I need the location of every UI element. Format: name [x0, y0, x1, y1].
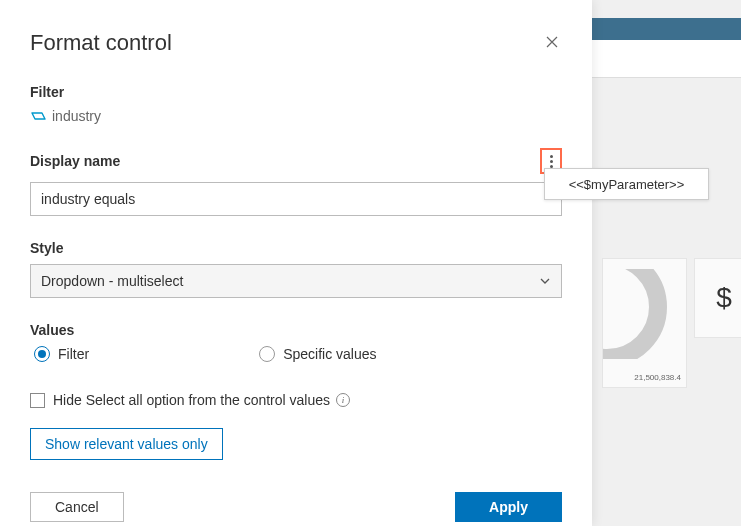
values-label: Values	[30, 322, 562, 338]
radio-icon-unselected	[259, 346, 275, 362]
radio-filter[interactable]: Filter	[34, 346, 89, 362]
panel-title: Format control	[30, 30, 562, 56]
parameter-popover-text: <<$myParameter>>	[569, 177, 685, 192]
show-relevant-values-button[interactable]: Show relevant values only	[30, 428, 223, 460]
radio-specific-label: Specific values	[283, 346, 376, 362]
filter-field-name: industry	[52, 108, 101, 124]
radio-icon-selected	[34, 346, 50, 362]
close-button[interactable]	[542, 32, 562, 52]
hide-select-all-checkbox[interactable]: Hide Select all option from the control …	[30, 392, 562, 408]
info-icon[interactable]: i	[336, 393, 350, 407]
parameter-popover[interactable]: <<$myParameter>>	[544, 168, 709, 200]
style-select[interactable]: Dropdown - multiselect	[30, 264, 562, 298]
style-label: Style	[30, 240, 562, 256]
background-number-widget: $	[694, 258, 741, 338]
display-name-input[interactable]	[30, 182, 562, 216]
close-icon	[546, 36, 558, 48]
filter-row: industry	[30, 108, 562, 124]
style-value: Dropdown - multiselect	[41, 273, 183, 289]
field-icon	[30, 110, 46, 122]
gauge-value: 21,500,838.4	[634, 373, 681, 382]
format-control-panel: Format control Filter industry Display n…	[0, 0, 592, 526]
display-name-label: Display name	[30, 153, 120, 169]
background-header-bar	[592, 18, 741, 40]
background-sub-bar	[592, 40, 741, 78]
background-gauge-widget: 21,500,838.4	[602, 258, 687, 388]
radio-specific-values[interactable]: Specific values	[259, 346, 376, 362]
checkbox-icon	[30, 393, 45, 408]
cancel-button[interactable]: Cancel	[30, 492, 124, 522]
radio-filter-label: Filter	[58, 346, 89, 362]
apply-button[interactable]: Apply	[455, 492, 562, 522]
chevron-down-icon	[539, 275, 551, 287]
checkbox-label-text: Hide Select all option from the control …	[53, 392, 330, 408]
filter-section-label: Filter	[30, 84, 562, 100]
kebab-icon	[550, 155, 553, 168]
